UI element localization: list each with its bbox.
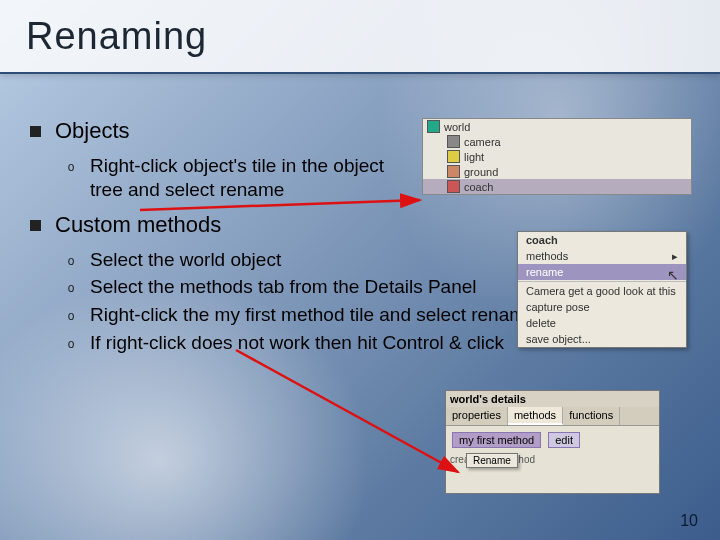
camera-icon <box>447 135 460 148</box>
menu-item-methods[interactable]: methods▸ <box>518 248 686 264</box>
mini-context-menu[interactable]: Rename <box>466 453 518 468</box>
sub-item: o Right-click object's tile in the objec… <box>64 154 404 202</box>
circle-bullet-icon: o <box>64 275 78 299</box>
sub-text: Select the methods tab from the Details … <box>90 275 477 299</box>
details-panel[interactable]: world's details propertiesmethodsfunctio… <box>445 390 660 494</box>
tabs-row[interactable]: propertiesmethodsfunctions <box>446 407 659 426</box>
tree-item-label: camera <box>464 136 501 148</box>
tree-item-label: coach <box>464 181 493 193</box>
tree-item-ground[interactable]: ground <box>423 164 691 179</box>
menu-item-capture-pose[interactable]: capture pose <box>518 299 686 315</box>
sub-text: Right-click the my first method tile and… <box>90 303 536 327</box>
circle-bullet-icon: o <box>64 154 78 202</box>
submenu-arrow-icon: ▸ <box>672 250 678 263</box>
tree-item-camera[interactable]: camera <box>423 134 691 149</box>
circle-bullet-icon: o <box>64 303 78 327</box>
light-icon <box>447 150 460 163</box>
cursor-icon: ↖ <box>667 267 679 283</box>
method-tile-edit[interactable]: edit <box>548 432 580 448</box>
sub-text: Select the world object <box>90 248 281 272</box>
tree-item-world[interactable]: world <box>423 119 691 134</box>
person-icon <box>447 180 460 193</box>
slide-title: Renaming <box>26 15 207 58</box>
tab-methods[interactable]: methods <box>508 407 563 425</box>
title-band: Renaming <box>0 0 720 72</box>
sublist-objects: o Right-click object's tile in the objec… <box>64 154 404 202</box>
tree-item-label: world <box>444 121 470 133</box>
heading-objects: Objects <box>55 118 130 144</box>
menu-item-delete[interactable]: delete <box>518 315 686 331</box>
tree-item-label: light <box>464 151 484 163</box>
menu-item-save-object...[interactable]: save object... <box>518 331 686 347</box>
menu-item-Camera-get-a-good-look-at-this[interactable]: Camera get a good look at this <box>518 283 686 299</box>
menu-item-rename[interactable]: rename <box>518 264 686 280</box>
context-menu[interactable]: coachmethods▸renameCamera get a good loo… <box>517 231 687 348</box>
sub-text: If right-click does not work then hit Co… <box>90 331 504 355</box>
object-tree-panel[interactable]: worldcameralightgroundcoach coachmethods… <box>422 118 692 195</box>
square-bullet-icon <box>30 126 41 137</box>
sub-text: Right-click object's tile in the object … <box>90 154 404 202</box>
globe-icon <box>427 120 440 133</box>
menu-item-coach: coach <box>518 232 686 248</box>
ground-icon <box>447 165 460 178</box>
svg-line-1 <box>236 350 458 472</box>
circle-bullet-icon: o <box>64 248 78 272</box>
slide: Renaming Objects o Right-click object's … <box>0 0 720 540</box>
heading-custommethods: Custom methods <box>55 212 221 238</box>
square-bullet-icon <box>30 220 41 231</box>
details-title: world's details <box>446 391 659 407</box>
circle-bullet-icon: o <box>64 331 78 355</box>
tab-functions[interactable]: functions <box>563 407 620 425</box>
page-number: 10 <box>680 512 698 530</box>
tree-item-coach[interactable]: coach <box>423 179 691 194</box>
tree-item-light[interactable]: light <box>423 149 691 164</box>
tree-item-label: ground <box>464 166 498 178</box>
mini-menu-rename[interactable]: Rename <box>473 455 511 466</box>
method-tile-myfirst[interactable]: my first method <box>452 432 541 448</box>
tab-properties[interactable]: properties <box>446 407 508 425</box>
